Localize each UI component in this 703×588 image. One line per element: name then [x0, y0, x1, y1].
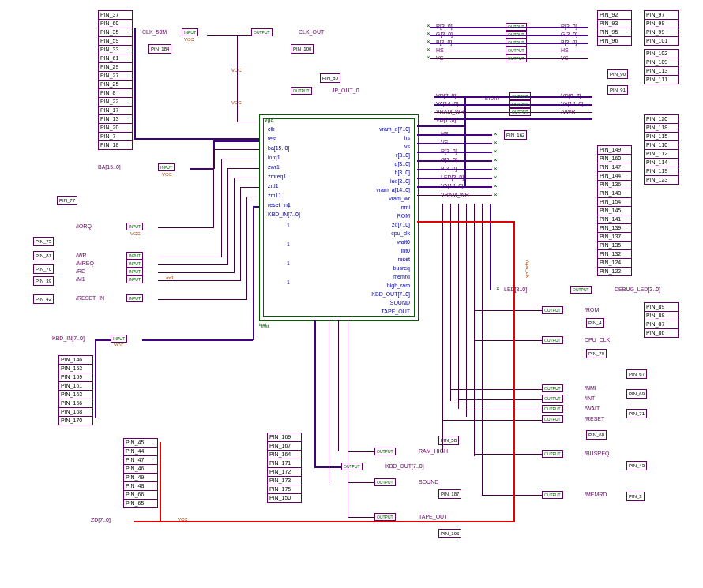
- pin-entry: PIN_99: [645, 28, 678, 37]
- wire: [246, 197, 259, 197]
- pin-entry: PIN_98: [645, 20, 678, 28]
- netlabel-memrd: /MEMRD: [585, 492, 607, 497]
- pin-entry: PIN_112: [645, 150, 678, 159]
- pin-entry: PIN_153: [59, 365, 92, 373]
- terminator-icon: ×: [427, 47, 430, 53]
- wire: [450, 204, 451, 401]
- chip-port: memrd: [393, 274, 410, 279]
- pin-entry: PIN_120: [645, 115, 678, 124]
- dir-input-icon: INPUT: [126, 223, 143, 230]
- netlabel-wait: /WAIT: [585, 406, 600, 411]
- netlabel-kbd-in: KBD_IN[7..0]: [52, 335, 85, 341]
- dir-output-icon: OUTPUT: [542, 450, 563, 458]
- wire: [240, 187, 259, 188]
- special-bus: [513, 221, 515, 522]
- chip-port: nmi: [401, 204, 410, 210]
- chip-port: zrd1: [268, 183, 279, 189]
- bus: [314, 320, 316, 467]
- wire: [158, 299, 246, 300]
- chip-port: zmreq1: [268, 174, 286, 179]
- wire: [466, 204, 467, 417]
- pin-entry: PIN_60: [99, 20, 132, 28]
- chip-port: vs: [404, 144, 410, 149]
- chip-port: SOUND: [390, 300, 410, 305]
- netlabel-zd: ZD[7..0]: [91, 517, 111, 522]
- netlabel-ram-high: RAM_HIGH: [419, 448, 448, 454]
- pin-entry: PIN_44: [124, 448, 157, 456]
- dir-output-icon: OUTPUT: [506, 23, 527, 31]
- netlabel-reset: /RESET: [585, 416, 604, 421]
- bus: [417, 143, 492, 144]
- pin-entry: PIN_59: [99, 37, 132, 46]
- netlabel-iorq: /IORQ: [76, 223, 92, 229]
- wire: [227, 168, 259, 169]
- pin-entry: PIN_115: [645, 133, 678, 141]
- pin-entry: PIN_45: [124, 439, 157, 448]
- dir-output-icon: OUTPUT: [570, 286, 592, 294]
- pinlist-mid: PIN_169PIN_167PIN_164PIN_171PIN_172PIN_1…: [267, 433, 302, 503]
- wire: [417, 195, 492, 196]
- chip-port: zd[7..0]: [392, 222, 410, 227]
- pin-entry: PIN_110: [645, 141, 678, 150]
- special-bus: [160, 442, 161, 521]
- bus: [253, 206, 254, 340]
- pin-entry: PIN_93: [598, 20, 631, 28]
- chip-port: wait0: [397, 239, 410, 245]
- dir-output-icon: OUTPUT: [509, 100, 531, 108]
- pin-58: PIN_58: [438, 436, 459, 445]
- pinlist-right-d: PIN_120PIN_118PIN_115PIN_110PIN_112PIN_1…: [644, 114, 679, 185]
- dir-input-icon: INPUT: [126, 260, 143, 268]
- pin-entry: PIN_89: [645, 303, 678, 312]
- dir-output-icon: OUTPUT: [542, 415, 563, 423]
- netlabel-tape-out: TAPE_OUT: [419, 514, 447, 519]
- chip-title: vga: [265, 117, 273, 122]
- pin-entry: PIN_166: [59, 399, 92, 408]
- dir-output-icon: OUTPUT: [542, 336, 563, 344]
- pin-184: PIN_184: [148, 44, 171, 54]
- pin-73: PIN_73: [33, 237, 54, 246]
- pin-entry: PIN_49: [124, 474, 157, 482]
- dir-output-icon: OUTPUT: [506, 31, 527, 39]
- bus: [95, 339, 96, 418]
- pin-entry: PIN_137: [598, 233, 631, 242]
- wire: [348, 517, 374, 518]
- netlabel-nmi: /NMI: [585, 385, 596, 391]
- wire: [474, 340, 542, 341]
- pin-80: PIN_80: [320, 73, 340, 83]
- chip-port: zwr1: [268, 164, 280, 170]
- pin-entry: PIN_87: [645, 320, 678, 329]
- wire: [227, 168, 228, 265]
- netlabel-jp-out: JP_OUT_0: [332, 88, 359, 93]
- pinlist-rom-group: PIN_89PIN_88PIN_87PIN_86: [644, 302, 679, 338]
- pin-196: PIN_196: [438, 529, 461, 538]
- pinlist-right-c: PIN_102PIN_109PIN_113PIN_111: [644, 49, 679, 84]
- pin-entry: PIN_96: [598, 37, 631, 45]
- pin-entry: PIN_168: [59, 408, 92, 417]
- pin-entry: PIN_122: [598, 268, 631, 275]
- bus: [417, 134, 492, 136]
- pin-entry: PIN_27: [99, 72, 132, 81]
- chip-port: int0: [401, 248, 410, 253]
- wire: [213, 149, 259, 150]
- terminator-icon: ×: [427, 54, 430, 61]
- pin-entry: PIN_101: [645, 37, 678, 45]
- bus: [490, 204, 491, 290]
- pin-entry: PIN_167: [268, 442, 301, 451]
- terminator-icon: ×: [494, 192, 498, 198]
- pin-entry: PIN_136: [598, 181, 631, 189]
- pin-entry: PIN_113: [645, 67, 678, 76]
- dir-output-icon: OUTPUT: [542, 491, 563, 499]
- bus: [142, 339, 253, 341]
- pin-entry: PIN_29: [99, 63, 132, 72]
- pinlist-kbd: PIN_146PIN_153PIN_159PIN_161PIN_163PIN_1…: [58, 355, 93, 425]
- chip-port: g[3..0]: [395, 161, 410, 167]
- pin-entry: PIN_161: [59, 382, 92, 391]
- pin-entry: PIN_109: [645, 58, 678, 67]
- netlabel-wr: /WR: [76, 253, 87, 258]
- dir-input-icon: INPUT: [126, 252, 143, 260]
- netlabel-rd: /RD: [76, 268, 85, 274]
- pin-entry: PIN_65: [124, 500, 157, 507]
- wire: [474, 204, 475, 456]
- pin-entry: PIN_95: [598, 28, 631, 37]
- pin-entry: PIN_33: [99, 46, 132, 54]
